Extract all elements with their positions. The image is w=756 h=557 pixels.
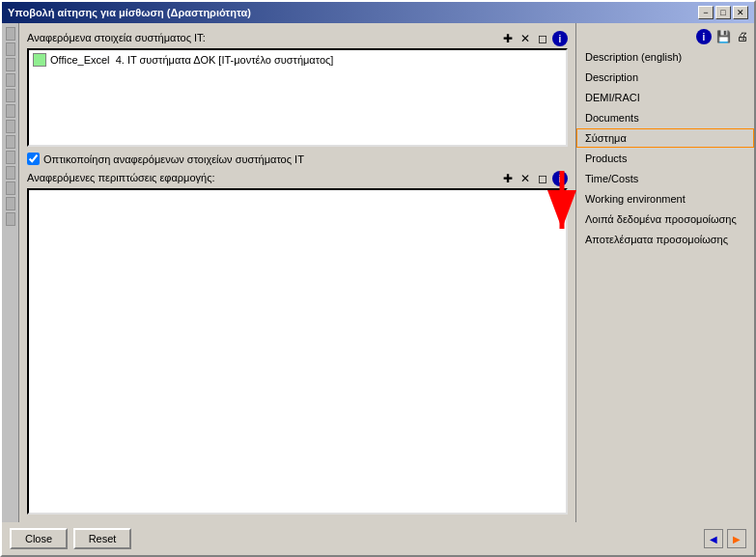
maximize-button[interactable]: □: [715, 6, 731, 19]
list-item: Office_Excel 4. IT συστήματα ΔΟΚ [IT-μον…: [31, 52, 564, 68]
left-tab-5[interactable]: [6, 89, 15, 102]
sidebar-save-icon[interactable]: 💾: [715, 29, 731, 44]
sidebar-item-description-english[interactable]: Description (english): [576, 47, 754, 67]
left-tab-2[interactable]: [6, 42, 15, 56]
sidebar-item-apotelesmata[interactable]: Αποτελέσματα προσομοίωσης: [576, 230, 754, 249]
section1-icons: ✚ ✕ ◻ i: [500, 31, 568, 46]
sidebar-print-icon[interactable]: 🖨: [735, 29, 750, 44]
bottom-buttons: Close Reset: [10, 528, 131, 549]
list-item-text: Office_Excel 4. IT συστήματα ΔΟΚ [IT-μον…: [50, 54, 333, 66]
section1-add-icon[interactable]: ✚: [500, 31, 516, 46]
section2-label: Αναφερόμενες περιπτώσεις εφαρμογής:: [27, 172, 215, 183]
sidebar-item-working-environment[interactable]: Working environment: [576, 189, 754, 209]
left-tab-10[interactable]: [6, 166, 15, 180]
sidebar-item-time-costs[interactable]: Time/Costs: [576, 169, 754, 188]
left-tab-3[interactable]: [6, 58, 15, 71]
nav-left-arrow[interactable]: ◀: [704, 529, 723, 548]
section2-toolbar: Αναφερόμενες περιπτώσεις εφαρμογής: ✚ ✕ …: [27, 171, 568, 186]
section1-toolbar: Αναφερόμενα στοιχεία συστήματος ΙΤ: ✚ ✕ …: [27, 31, 568, 46]
left-tab-11[interactable]: [6, 181, 15, 195]
section1-container: Αναφερόμενα στοιχεία συστήματος ΙΤ: ✚ ✕ …: [27, 31, 568, 147]
section2-container: Αναφερόμενες περιπτώσεις εφαρμογής: ✚ ✕ …: [27, 171, 568, 515]
main-window: Υποβολή αίτησης για μίσθωση (Δραστηριότη…: [0, 0, 756, 557]
content-area: Αναφερόμενα στοιχεία συστήματος ΙΤ: ✚ ✕ …: [2, 23, 754, 522]
close-button[interactable]: Close: [10, 528, 68, 549]
left-tab-13[interactable]: [6, 212, 15, 226]
left-tab-7[interactable]: [6, 120, 15, 133]
checkbox-label: Οπτικοποίηση αναφερόμενων στοιχείων συστ…: [43, 153, 304, 165]
section1-label: Αναφερόμενα στοιχεία συστήματος ΙΤ:: [27, 32, 206, 43]
left-tab-1[interactable]: [6, 27, 15, 41]
left-tab-8[interactable]: [6, 135, 15, 149]
left-tab-9[interactable]: [6, 151, 15, 164]
section1-edit-icon[interactable]: ◻: [535, 31, 550, 46]
sidebar-item-demi-raci[interactable]: DEMI/RACI: [576, 88, 754, 107]
red-arrow-indicator: [543, 166, 581, 243]
section2-listbox[interactable]: [27, 188, 568, 515]
minimize-button[interactable]: −: [698, 6, 714, 19]
bottom-bar: Close Reset ◀ ▶: [2, 522, 754, 555]
checkbox-row: Οπτικοποίηση αναφερόμενων στοιχείων συστ…: [27, 153, 568, 165]
section1-info-icon[interactable]: i: [552, 31, 568, 46]
window-title: Υποβολή αίτησης για μίσθωση (Δραστηριότη…: [8, 7, 251, 18]
left-tab-strip: [2, 23, 19, 522]
section1-delete-icon[interactable]: ✕: [518, 31, 533, 46]
sidebar-item-description[interactable]: Description: [576, 68, 754, 87]
window-controls: − □ ✕: [698, 6, 748, 19]
sidebar-info-icon[interactable]: i: [696, 29, 712, 44]
main-panel: Αναφερόμενα στοιχεία συστήματος ΙΤ: ✚ ✕ …: [19, 23, 575, 522]
visualization-checkbox[interactable]: [27, 153, 40, 165]
sidebar-item-documents[interactable]: Documents: [576, 108, 754, 127]
left-tab-4[interactable]: [6, 73, 15, 87]
section2-delete-icon[interactable]: ✕: [518, 171, 533, 186]
left-tab-12[interactable]: [6, 197, 15, 210]
sidebar-item-systima[interactable]: Σύστημα: [576, 128, 754, 148]
section2-add-icon[interactable]: ✚: [500, 171, 516, 186]
close-window-button[interactable]: ✕: [733, 6, 748, 19]
right-sidebar: i 💾 🖨 Description (english) Description …: [575, 23, 754, 522]
section1-listbox[interactable]: Office_Excel 4. IT συστήματα ΔΟΚ [IT-μον…: [27, 48, 568, 147]
item-icon: [33, 53, 46, 67]
sidebar-item-products[interactable]: Products: [576, 149, 754, 168]
nav-arrows: ◀ ▶: [704, 529, 746, 548]
sidebar-top-icons: i 💾 🖨: [576, 27, 754, 46]
title-bar: Υποβολή αίτησης για μίσθωση (Δραστηριότη…: [2, 2, 754, 23]
nav-right-arrow[interactable]: ▶: [727, 529, 746, 548]
reset-button[interactable]: Reset: [73, 528, 131, 549]
sidebar-item-loipa-dedomena[interactable]: Λοιπά δεδομένα προσομοίωσης: [576, 209, 754, 229]
left-tab-6[interactable]: [6, 104, 15, 118]
